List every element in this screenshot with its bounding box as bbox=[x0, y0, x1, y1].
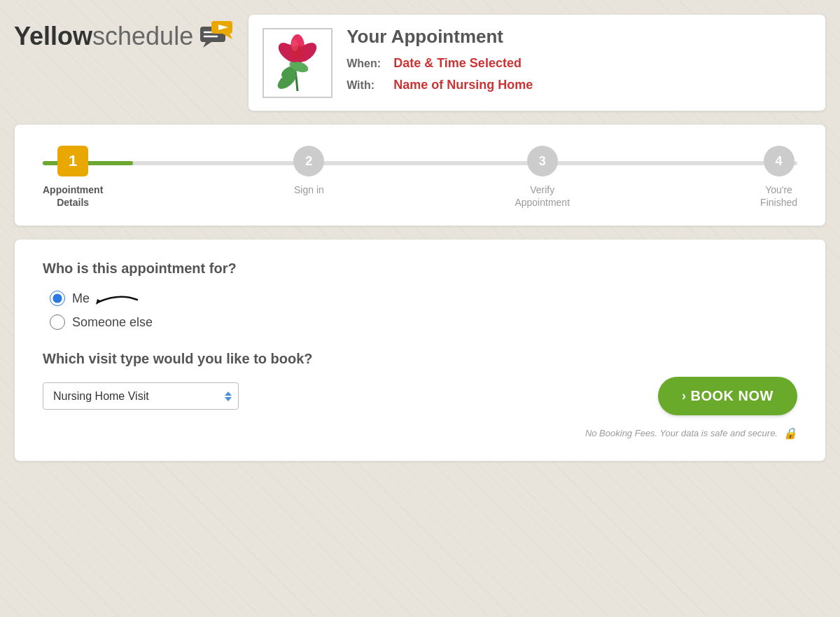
appointment-card: Your Appointment When: Date & Time Selec… bbox=[248, 14, 826, 111]
step-1[interactable]: 1 AppointmentDetails bbox=[43, 146, 103, 209]
arrow-svg bbox=[92, 289, 141, 310]
book-now-label: BOOK NOW bbox=[691, 388, 774, 404]
flower-svg bbox=[270, 32, 326, 95]
logo-icon bbox=[197, 21, 234, 52]
visit-type-select[interactable]: Nursing Home Visit Home Visit Clinic Vis… bbox=[43, 382, 239, 410]
svg-point-14 bbox=[291, 40, 298, 51]
radio-me-input[interactable] bbox=[50, 291, 65, 306]
step-3-circle: 3 bbox=[527, 146, 558, 176]
when-label: When: bbox=[346, 57, 385, 70]
visit-type-row: Nursing Home Visit Home Visit Clinic Vis… bbox=[43, 377, 797, 415]
arrow-annotation bbox=[92, 289, 141, 314]
book-now-button[interactable]: › BOOK NOW bbox=[658, 377, 797, 415]
radio-me[interactable]: Me bbox=[50, 291, 797, 306]
logo-bold: Yellow bbox=[14, 22, 92, 50]
steps-container: 1 AppointmentDetails 2 Sign in 3 VerifyA… bbox=[43, 146, 797, 209]
book-now-arrow-icon: › bbox=[682, 389, 687, 403]
radio-group: Me Someone else bbox=[43, 291, 797, 330]
radio-someone-else-label: Someone else bbox=[72, 315, 153, 330]
svg-marker-1 bbox=[203, 42, 211, 48]
steps-list: 1 AppointmentDetails 2 Sign in 3 VerifyA… bbox=[43, 146, 797, 209]
step-3-label: VerifyAppointment bbox=[514, 183, 570, 209]
step-4-circle: 4 bbox=[764, 146, 794, 176]
footer-note: No Booking Fees. Your data is safe and s… bbox=[43, 427, 797, 440]
radio-someone-else[interactable]: Someone else bbox=[50, 314, 797, 330]
appointment-info: Your Appointment When: Date & Time Selec… bbox=[346, 26, 811, 99]
with-value: Name of Nursing Home bbox=[393, 78, 533, 92]
step-1-label: AppointmentDetails bbox=[43, 183, 103, 209]
who-question: Who is this appointment for? bbox=[43, 261, 797, 277]
lock-icon: 🔒 bbox=[783, 427, 797, 440]
top-area: Yellowschedule bbox=[14, 14, 826, 111]
appointment-title: Your Appointment bbox=[346, 26, 811, 48]
with-row: With: Name of Nursing Home bbox=[346, 78, 811, 92]
when-value: Date & Time Selected bbox=[393, 56, 522, 71]
speech-bubble-icon bbox=[197, 21, 234, 49]
step-2-circle: 2 bbox=[293, 146, 324, 176]
logo-text: Yellowschedule bbox=[14, 24, 193, 49]
step-1-circle: 1 bbox=[57, 146, 88, 176]
footer-note-text: No Booking Fees. Your data is safe and s… bbox=[585, 428, 778, 438]
when-row: When: Date & Time Selected bbox=[346, 56, 811, 71]
select-wrapper: Nursing Home Visit Home Visit Clinic Vis… bbox=[43, 382, 239, 410]
steps-panel: 1 AppointmentDetails 2 Sign in 3 VerifyA… bbox=[14, 124, 826, 226]
radio-group-wrapper: Me Someone else bbox=[43, 291, 797, 330]
with-label: With: bbox=[346, 79, 385, 92]
flower-image bbox=[262, 28, 332, 98]
step-2[interactable]: 2 Sign in bbox=[293, 146, 324, 209]
visit-type-question: Which visit type would you like to book? bbox=[43, 351, 797, 367]
step-3[interactable]: 3 VerifyAppointment bbox=[514, 146, 570, 209]
radio-me-label: Me bbox=[72, 291, 90, 306]
logo-light: schedule bbox=[92, 22, 193, 50]
step-2-label: Sign in bbox=[294, 183, 324, 196]
step-4[interactable]: 4 You'reFinished bbox=[760, 146, 797, 209]
radio-someone-else-input[interactable] bbox=[50, 314, 65, 330]
logo-area: Yellowschedule bbox=[14, 14, 234, 52]
form-panel: Who is this appointment for? Me Someone … bbox=[14, 239, 826, 462]
visit-type-section: Which visit type would you like to book?… bbox=[43, 351, 797, 440]
step-4-label: You'reFinished bbox=[760, 183, 797, 209]
